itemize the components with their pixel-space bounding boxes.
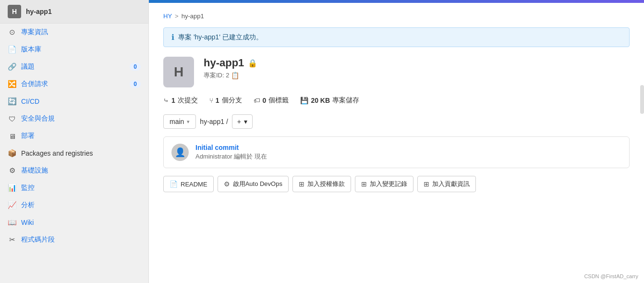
project-header: H hy-app1 🔒 專案ID: 2 📋: [163, 57, 630, 87]
sidebar-label-issues: 議題: [21, 62, 125, 71]
stat-item: ⤷1次提交: [163, 96, 198, 105]
readme-button[interactable]: 📄README: [163, 176, 214, 192]
stat-label: 個分支: [222, 96, 242, 105]
path-separator: /: [226, 118, 228, 125]
changelog-button[interactable]: ⊞加入變更記錄: [355, 176, 413, 192]
stat-item: ⑂1個分支: [209, 96, 242, 105]
stat-label: 個標籤: [268, 96, 289, 105]
autodevops-button[interactable]: ⚙啟用Auto DevOps: [218, 176, 289, 192]
issues-icon: 🔗: [8, 62, 16, 71]
license-button-label: 加入授權條款: [307, 180, 345, 188]
stat-value: 20 KB: [311, 97, 330, 104]
sidebar-item-repository[interactable]: 📄版本庫: [0, 41, 148, 58]
project-name: hy-app1: [204, 57, 244, 69]
branch-bar: main ▾ hy-app1 / + ▾: [163, 114, 630, 129]
watermark: CSDN @FirstAD_carry: [584, 273, 638, 279]
badge-merge-requests: 0: [130, 80, 141, 88]
sidebar-item-merge-requests[interactable]: 🔀合併請求0: [0, 75, 148, 93]
project-id-label: 專案ID: 2: [204, 71, 229, 80]
readme-button-icon: 📄: [170, 180, 178, 188]
stat-label: 次提交: [178, 96, 198, 105]
sidebar-label-monitor: 監控: [21, 184, 141, 192]
sidebar-label-repository: 版本庫: [21, 45, 141, 54]
breadcrumb-current: hy-app1: [182, 12, 204, 20]
sidebar-item-cicd[interactable]: 🔄CI/CD: [0, 93, 148, 110]
copy-id-icon[interactable]: 📋: [231, 72, 239, 79]
branch-dropdown[interactable]: main ▾: [163, 114, 196, 129]
commit-title[interactable]: Initial commit: [195, 144, 267, 151]
alert-message: 專案 'hy-app1' 已建立成功。: [178, 33, 263, 42]
snippets-icon: ✂: [8, 235, 16, 244]
deploy-icon: 🖥: [8, 132, 16, 140]
changelog-button-icon: ⊞: [361, 180, 367, 188]
sidebar-item-wiki[interactable]: 📖Wiki: [0, 214, 148, 231]
sidebar-item-security[interactable]: 🛡安全與合規: [0, 110, 148, 127]
autodevops-button-icon: ⚙: [224, 180, 230, 188]
sidebar-label-security: 安全與合規: [21, 114, 141, 123]
info-icon: ℹ: [171, 33, 174, 42]
sidebar-item-packages[interactable]: 📦Packages and registries: [0, 145, 148, 162]
project-title-row: hy-app1 🔒: [204, 57, 630, 69]
project-stats: ⤷1次提交⑂1個分支🏷0個標籤💾20 KB專案儲存: [163, 96, 630, 105]
analytics-icon: 📈: [8, 201, 16, 209]
stat-value: 1: [171, 97, 175, 104]
lock-icon: 🔒: [248, 59, 257, 68]
sidebar-label-deploy: 部署: [21, 132, 141, 140]
path-text: hy-app1 /: [200, 118, 228, 125]
project-id-row: 專案ID: 2 📋: [204, 71, 630, 80]
project-avatar: H: [163, 57, 194, 87]
sidebar-label-snippets: 程式碼片段: [21, 235, 141, 244]
infra-icon: ⚙: [8, 166, 16, 175]
path-name: hy-app1: [200, 118, 224, 125]
commit-card: 👤 Initial commit Administrator 編輯於 現在: [163, 136, 630, 168]
breadcrumb: HY > hy-app1: [163, 12, 630, 20]
add-dropdown[interactable]: + ▾: [232, 114, 253, 129]
contributing-button[interactable]: ⊞加入貢獻資訊: [417, 176, 476, 192]
sidebar-header[interactable]: H hy-app1: [0, 0, 148, 24]
stat-label: 專案儲存: [332, 96, 359, 105]
chevron-down-icon: ▾: [187, 119, 190, 125]
autodevops-button-label: 啟用Auto DevOps: [233, 180, 282, 188]
project-info: hy-app1 🔒 專案ID: 2 📋: [204, 57, 630, 80]
sidebar-nav: ⊙專案資訊📄版本庫🔗議題0🔀合併請求0🔄CI/CD🛡安全與合規🖥部署📦Packa…: [0, 24, 148, 248]
wiki-icon: 📖: [8, 218, 16, 227]
project-info-icon: ⊙: [8, 28, 16, 37]
sidebar-label-wiki: Wiki: [21, 219, 141, 226]
breadcrumb-parent[interactable]: HY: [163, 12, 172, 20]
sidebar-label-analytics: 分析: [21, 201, 141, 209]
changelog-button-label: 加入變更記錄: [370, 180, 407, 188]
sidebar-item-infra[interactable]: ⚙基礎設施: [0, 162, 148, 179]
commit-meta: Administrator 編輯於 現在: [195, 152, 267, 161]
sidebar-label-project-info: 專案資訊: [21, 28, 141, 37]
stat-icon: 💾: [300, 97, 308, 104]
license-button[interactable]: ⊞加入授權條款: [292, 176, 351, 192]
success-alert: ℹ 專案 'hy-app1' 已建立成功。: [163, 27, 630, 47]
monitor-icon: 📊: [8, 184, 16, 192]
commit-avatar: 👤: [171, 144, 189, 161]
sidebar: H hy-app1 ⊙專案資訊📄版本庫🔗議題0🔀合併請求0🔄CI/CD🛡安全與合…: [0, 0, 149, 283]
sidebar-label-infra: 基礎設施: [21, 166, 141, 175]
add-chevron-icon: ▾: [244, 118, 247, 125]
security-icon: 🛡: [8, 114, 16, 123]
stat-icon: 🏷: [254, 97, 260, 104]
stat-value: 1: [216, 97, 219, 104]
license-button-icon: ⊞: [299, 180, 304, 188]
breadcrumb-separator: >: [175, 12, 179, 20]
sidebar-label-packages: Packages and registries: [21, 149, 141, 157]
badge-issues: 0: [130, 63, 141, 71]
stat-icon: ⑂: [209, 97, 213, 104]
sidebar-item-snippets[interactable]: ✂程式碼片段: [0, 231, 148, 248]
sidebar-item-project-info[interactable]: ⊙專案資訊: [0, 24, 148, 41]
commit-info: Initial commit Administrator 編輯於 現在: [195, 144, 267, 161]
sidebar-label-cicd: CI/CD: [21, 98, 141, 105]
scrollbar[interactable]: [640, 85, 644, 114]
sidebar-item-issues[interactable]: 🔗議題0: [0, 58, 148, 75]
sidebar-item-monitor[interactable]: 📊監控: [0, 179, 148, 197]
packages-icon: 📦: [8, 149, 16, 158]
sidebar-item-analytics[interactable]: 📈分析: [0, 197, 148, 214]
action-buttons: 📄README⚙啟用Auto DevOps⊞加入授權條款⊞加入變更記錄⊞加入貢獻…: [163, 176, 630, 192]
add-icon: +: [237, 118, 241, 125]
sidebar-item-deploy[interactable]: 🖥部署: [0, 127, 148, 145]
cicd-icon: 🔄: [8, 97, 16, 106]
stat-value: 0: [263, 97, 267, 104]
